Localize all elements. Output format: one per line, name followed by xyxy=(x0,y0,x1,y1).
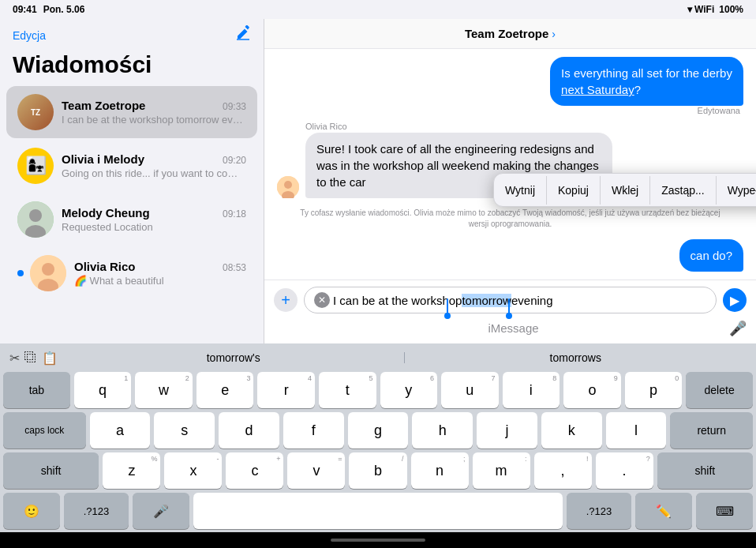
key-e[interactable]: e3 xyxy=(196,372,254,408)
selection-dot-start xyxy=(444,313,451,319)
paste-icon[interactable]: 📋 xyxy=(42,351,58,366)
key-f[interactable]: f xyxy=(283,412,344,449)
conv-preview: Requested Location xyxy=(62,221,246,233)
key-tab[interactable]: tab xyxy=(3,372,70,408)
key-s[interactable]: s xyxy=(154,412,215,449)
chevron-right-icon: › xyxy=(552,28,556,40)
input-text-after: evening xyxy=(511,294,553,307)
key-comma[interactable]: ,! xyxy=(534,452,592,489)
conv-preview: I can be at the workshop tomorrow evenin… xyxy=(62,114,246,126)
conv-content: Olivia i Melody 09:20 Going on this ride… xyxy=(62,152,246,179)
key-b[interactable]: b/ xyxy=(349,452,406,489)
conversation-item-melody-cheung[interactable]: Melody Cheung 09:18 Requested Location xyxy=(6,193,257,246)
edit-button[interactable]: Edycja xyxy=(13,29,46,42)
avatar-team-zoetrope: TZ xyxy=(17,94,54,130)
key-num-right[interactable]: .?123 xyxy=(567,493,631,529)
key-h[interactable]: h xyxy=(412,412,473,449)
ctx-fill-button[interactable]: Wypełnianie xyxy=(717,176,756,205)
key-p[interactable]: p0 xyxy=(625,372,683,408)
key-shift-right[interactable]: shift xyxy=(657,452,753,489)
conv-preview: 🌈 What a beautiful xyxy=(74,275,246,287)
key-u[interactable]: u7 xyxy=(441,372,499,408)
key-m[interactable]: m: xyxy=(473,452,530,489)
message-text: Is everything all set for the derby xyxy=(561,66,732,80)
add-button[interactable]: + xyxy=(274,288,298,312)
conv-name: Olivia Rico xyxy=(74,260,136,273)
suggestions-row: tomorrow's tomorrows xyxy=(62,348,747,367)
main-area: Edycja Wiadomości TZ Team Zoetrope 09:33 xyxy=(0,19,756,343)
battery-icon: 100% xyxy=(719,4,743,15)
key-period[interactable]: .? xyxy=(596,452,653,489)
sidebar-header: Edycja xyxy=(0,19,264,48)
message-bubble-sent[interactable]: Is everything all set for the derby next… xyxy=(550,57,743,106)
suggestion-tomorrows-apostrophe[interactable]: tomorrow's xyxy=(62,348,405,367)
conv-content: Team Zoetrope 09:33 I can be at the work… xyxy=(62,99,246,126)
ctx-paste-button[interactable]: Wklej xyxy=(601,176,650,205)
ctx-replace-button[interactable]: Zastąp... xyxy=(650,176,716,205)
key-scribble[interactable]: ✏️ xyxy=(635,493,692,529)
key-shift-left[interactable]: shift xyxy=(3,452,99,489)
key-v[interactable]: v= xyxy=(287,452,345,489)
key-k[interactable]: k xyxy=(541,412,602,449)
day: Pon. 5.06 xyxy=(43,4,85,15)
key-mic[interactable]: 🎤 xyxy=(133,493,189,529)
key-l[interactable]: l xyxy=(606,412,667,449)
key-i[interactable]: i8 xyxy=(503,372,560,408)
home-indicator xyxy=(331,539,425,542)
key-z[interactable]: z% xyxy=(103,452,160,489)
sender-name: Olivia Rico xyxy=(305,122,347,131)
imessage-row: iMessage 🎤 xyxy=(264,320,756,343)
ctx-copy-button[interactable]: Kopiuj xyxy=(547,176,601,205)
unread-dot xyxy=(17,270,24,276)
message-bubble-partial[interactable]: can do? xyxy=(679,239,743,272)
key-d[interactable]: d xyxy=(219,412,279,449)
message-text-underline: next Saturday xyxy=(561,83,634,96)
key-r[interactable]: r4 xyxy=(257,372,315,408)
wifi-icon: ▾ WiFi xyxy=(687,4,715,15)
key-c[interactable]: c+ xyxy=(226,452,283,489)
key-x[interactable]: x- xyxy=(164,452,222,489)
key-space[interactable] xyxy=(193,493,563,529)
avatar-olivia-melody: 👩‍👧 xyxy=(17,148,54,184)
message-input-wrapper: ✕ I can be at the workshop tomorrow even… xyxy=(304,287,717,313)
key-emoji[interactable]: 🙂 xyxy=(3,493,60,529)
scissors-icon[interactable]: ✂ xyxy=(9,351,20,366)
compose-button[interactable] xyxy=(235,25,251,45)
time: 09:41 xyxy=(13,4,37,15)
key-n[interactable]: n; xyxy=(411,452,469,489)
avatar-melody-cheung xyxy=(17,201,54,238)
key-keyboard[interactable]: ⌨ xyxy=(696,493,753,529)
avatar-olivia-small xyxy=(277,176,299,198)
conv-time: 08:53 xyxy=(223,262,246,273)
key-y[interactable]: y6 xyxy=(380,372,438,408)
mic-button[interactable]: 🎤 xyxy=(729,320,747,337)
conversation-item-olivia-rico[interactable]: Olivia Rico 08:53 🌈 What a beautiful xyxy=(6,247,257,299)
key-w[interactable]: w2 xyxy=(135,372,193,408)
copy-icon[interactable]: ⿻ xyxy=(24,351,37,366)
ctx-cut-button[interactable]: Wytnij xyxy=(494,176,547,205)
conv-content: Olivia Rico 08:53 🌈 What a beautiful xyxy=(74,260,246,287)
key-caps-lock[interactable]: caps lock xyxy=(3,412,86,449)
conversation-item-team-zoetrope[interactable]: TZ Team Zoetrope 09:33 I can be at the w… xyxy=(6,86,257,138)
text-cursor-area: I can be at the workshop tomorrow evenin… xyxy=(333,294,706,307)
key-return[interactable]: return xyxy=(670,412,753,449)
key-q[interactable]: q1 xyxy=(74,372,132,408)
conv-time: 09:18 xyxy=(223,208,246,220)
key-j[interactable]: j xyxy=(477,412,537,449)
conv-content: Melody Cheung 09:18 Requested Location xyxy=(62,206,246,233)
send-button[interactable]: ▶ xyxy=(723,288,747,312)
suggestion-tomorrows[interactable]: tomorrows xyxy=(405,348,747,367)
key-t[interactable]: t5 xyxy=(319,372,376,408)
conversation-item-olivia-melody[interactable]: 👩‍👧 Olivia i Melody 09:20 Going on this … xyxy=(6,140,257,192)
key-num-left[interactable]: .?123 xyxy=(64,493,129,529)
clear-button[interactable]: ✕ xyxy=(314,292,330,308)
key-row-4: 🙂 .?123 🎤 .?123 ✏️ ⌨ xyxy=(3,493,753,529)
input-text-selected: tomorrow xyxy=(462,294,511,307)
key-a[interactable]: a xyxy=(90,412,151,449)
key-g[interactable]: g xyxy=(348,412,409,449)
messages-area: Is everything all set for the derby next… xyxy=(264,49,756,280)
conv-name: Melody Cheung xyxy=(62,206,150,220)
chat-header: Team Zoetrope › xyxy=(264,19,756,49)
key-delete[interactable]: delete xyxy=(686,372,753,408)
key-o[interactable]: o9 xyxy=(563,372,621,408)
